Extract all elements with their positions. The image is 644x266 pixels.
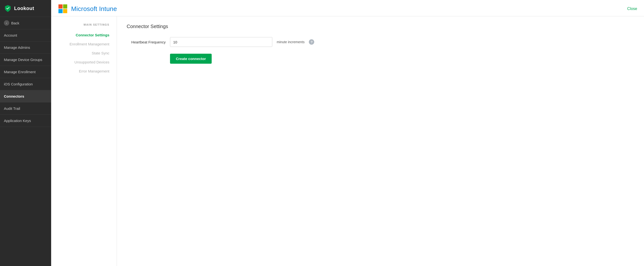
- settings-nav-unsupported-devices[interactable]: Unsupported Devices: [51, 58, 117, 67]
- sidebar-item-ios-configuration[interactable]: iOS Configuration: [0, 78, 51, 90]
- topbar-left: Microsoft Intune: [58, 4, 117, 14]
- heartbeat-label: Heartbeat Frequency: [127, 40, 166, 44]
- sidebar-item-manage-device-groups[interactable]: Manage Device Groups: [0, 54, 51, 66]
- topbar: Microsoft Intune Close: [51, 0, 644, 16]
- svg-rect-0: [58, 5, 62, 9]
- sidebar-item-audit-trail[interactable]: Audit Trail: [0, 102, 51, 115]
- sidebar-item-account[interactable]: Account: [0, 29, 51, 42]
- sidebar-item-manage-enrollment[interactable]: Manage Enrollment: [0, 66, 51, 78]
- settings-nav-section-title: MAIN SETTINGS: [84, 23, 117, 26]
- sidebar-nav: Account Manage Admins Manage Device Grou…: [0, 29, 51, 266]
- sidebar-item-application-keys[interactable]: Application Keys: [0, 115, 51, 127]
- back-button[interactable]: ‹ Back: [0, 17, 51, 29]
- settings-nav-enrollment-management[interactable]: Enrollment Management: [51, 40, 117, 49]
- minute-increments-label: minute increments: [277, 40, 304, 44]
- connector-settings-title: Connector Settings: [127, 24, 634, 29]
- sidebar-item-manage-admins[interactable]: Manage Admins: [0, 42, 51, 54]
- lookout-shield-icon: [4, 5, 12, 12]
- heartbeat-input[interactable]: [170, 37, 272, 47]
- sidebar-logo-text: Lookout: [14, 6, 34, 11]
- svg-rect-3: [63, 9, 67, 13]
- settings-nav-error-management[interactable]: Error Management: [51, 67, 117, 76]
- sidebar: Lookout ‹ Back Account Manage Admins Man…: [0, 0, 51, 266]
- topbar-title: Microsoft Intune: [71, 5, 117, 13]
- settings-nav-state-sync[interactable]: State Sync: [51, 49, 117, 58]
- sidebar-logo: Lookout: [0, 0, 51, 17]
- svg-rect-2: [58, 9, 62, 13]
- back-label: Back: [11, 21, 19, 25]
- heartbeat-frequency-row: Heartbeat Frequency minute increments ?: [127, 37, 634, 47]
- microsoft-logo-icon: [58, 4, 68, 14]
- settings-content-panel: Connector Settings Heartbeat Frequency m…: [117, 16, 644, 266]
- svg-rect-1: [63, 5, 67, 9]
- content-area: MAIN SETTINGS Connector Settings Enrollm…: [51, 16, 644, 266]
- create-connector-button[interactable]: Create connector: [170, 54, 212, 64]
- close-button[interactable]: Close: [627, 7, 637, 11]
- help-icon[interactable]: ?: [309, 39, 314, 45]
- sidebar-item-connectors[interactable]: Connectors: [0, 90, 51, 102]
- chevron-left-icon: ‹: [4, 20, 9, 26]
- settings-nav-panel: MAIN SETTINGS Connector Settings Enrollm…: [51, 16, 117, 266]
- main-area: Microsoft Intune Close MAIN SETTINGS Con…: [51, 0, 644, 266]
- settings-nav-connector-settings[interactable]: Connector Settings: [51, 31, 117, 40]
